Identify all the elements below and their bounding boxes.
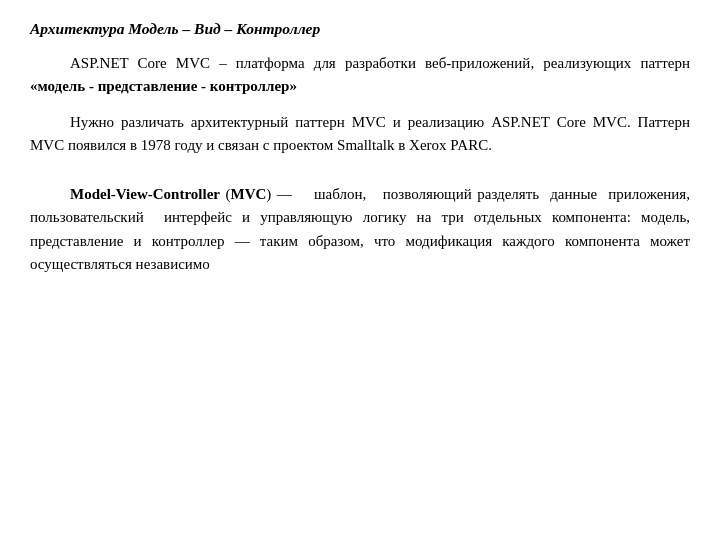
spacer	[30, 169, 690, 183]
para3-bold1: Model-View-Controller	[70, 186, 220, 202]
page-container: Архитектура Модель – Вид – Контроллер AS…	[20, 0, 700, 308]
para1-bold: «модель - представление - контроллер»	[30, 78, 297, 94]
para2-text: Нужно различать архитектурный паттерн MV…	[30, 114, 690, 153]
para3-text1: (	[220, 186, 231, 202]
page-title: Архитектура Модель – Вид – Контроллер	[30, 20, 690, 38]
para3-bold2: MVC	[231, 186, 267, 202]
para1-text1: ASP.NET Core MVC – платформа для разрабо…	[70, 55, 690, 71]
paragraph-2: Нужно различать архитектурный паттерн MV…	[30, 111, 690, 158]
paragraph-1: ASP.NET Core MVC – платформа для разрабо…	[30, 52, 690, 99]
paragraph-3: Model-View-Controller (MVC) — шаблон, по…	[30, 183, 690, 276]
